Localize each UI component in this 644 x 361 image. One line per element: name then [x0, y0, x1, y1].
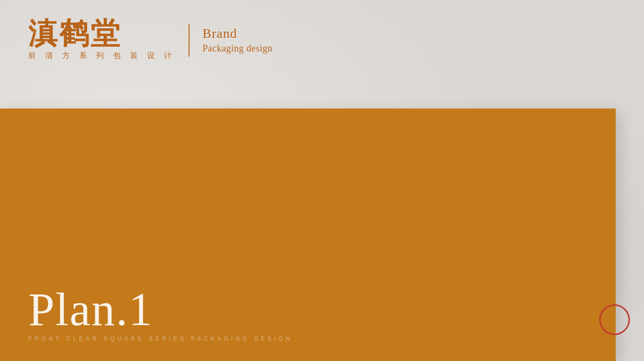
- header-divider: [189, 24, 190, 57]
- circle-decoration: [599, 304, 630, 335]
- brand-block: Brand Packaging design: [203, 26, 273, 54]
- bottom-text: FRONT CLEAR SQUARE SERIES PACKAGING DESI…: [28, 336, 587, 347]
- logo-block: 滇鹤堂 前 清 方 系 列 包 装 设 计: [28, 19, 175, 61]
- chinese-title: 滇鹤堂: [28, 19, 175, 48]
- orange-panel: Plan.1 FRONT CLEAR SQUARE SERIES PACKAGI…: [0, 109, 616, 361]
- header: 滇鹤堂 前 清 方 系 列 包 装 设 计 Brand Packaging de…: [0, 0, 644, 70]
- page-container: 滇鹤堂 前 清 方 系 列 包 装 设 计 Brand Packaging de…: [0, 0, 644, 361]
- plan-title: Plan.1: [28, 284, 153, 336]
- packaging-label: Packaging design: [203, 43, 273, 54]
- chinese-subtitle: 前 清 方 系 列 包 装 设 计: [28, 51, 175, 61]
- brand-label: Brand: [203, 26, 273, 41]
- main-panel-wrapper: Plan.1 FRONT CLEAR SQUARE SERIES PACKAGI…: [0, 109, 616, 361]
